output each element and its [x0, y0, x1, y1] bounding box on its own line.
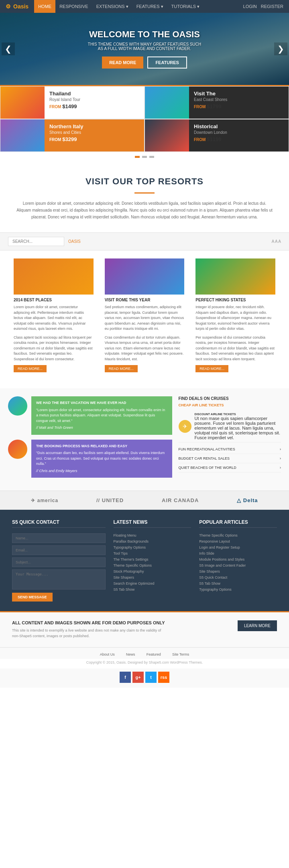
footer-article-item-9[interactable]: S5 Tab Show	[199, 581, 277, 585]
footer-article-item-6[interactable]: S5 Image and Content Fader	[199, 563, 277, 567]
footer-article-item-7[interactable]: Site Shapers	[199, 569, 277, 573]
footer-article-item-1[interactable]: Theme Specific Options	[199, 533, 277, 537]
dot-3[interactable]	[149, 156, 154, 158]
hero-next-arrow[interactable]: ❯	[274, 42, 287, 55]
social-facebook-button[interactable]: f	[120, 672, 131, 683]
footer-article-item-4[interactable]: Info Slide	[199, 551, 277, 555]
footer-articles-title: POPULAR ARTICLES	[199, 519, 277, 528]
deals-item-fun[interactable]: FUN RECREATIONAL ACTIVITIES ›	[179, 445, 281, 454]
blog-read-more-button-1[interactable]: READ MORE...	[14, 365, 47, 372]
footer-news-item-4[interactable]: Tool Tips	[114, 551, 191, 555]
tour-card-eastcoast[interactable]: Visit The East Coast Shores FROM $1799	[144, 86, 289, 119]
testimonial-body-1: WE HAD THE BEST VACATION WE HAVE EVER HA…	[31, 396, 172, 435]
nav-items: HOME RESPONSIVE EXTENSIONS ▾ FEATURES ▾ …	[34, 0, 204, 13]
search-label: OASIS	[68, 239, 81, 244]
blog-read-more-button-3[interactable]: READ MORE...	[195, 365, 228, 372]
tour-card-image-eastcoast	[145, 87, 189, 119]
deals-item-fun-arrow: ›	[280, 447, 281, 451]
footer-news-item-3[interactable]: Typography Options	[114, 545, 191, 549]
search-input[interactable]	[8, 237, 64, 246]
testimonial-avatar-2	[8, 440, 27, 459]
footer-article-item-10[interactable]: Typography Options	[199, 587, 277, 591]
testimonial-body-2: THE BOOKING PROCESS WAS RELAXED AND EASY…	[31, 440, 172, 478]
deals-featured-item[interactable]: ✈ DISCOUNT AIRLINE TICKETS Ut non mase q…	[179, 410, 281, 442]
nav-extensions[interactable]: EXTENSIONS ▾	[92, 0, 132, 13]
nav-home[interactable]: HOME	[34, 0, 55, 13]
footer-news-item-8[interactable]: Site Shapers	[114, 575, 191, 579]
footer-top: S5 QUICK CONTACT SEND MESSAGE LATEST NEW…	[0, 510, 289, 611]
deals-item-car-arrow: ›	[280, 456, 281, 460]
nav-login[interactable]: LOGIN	[243, 4, 257, 9]
footer-news-item-5[interactable]: The Theme's Settings	[114, 557, 191, 561]
blog-card-title-3: PERFECT HIKING STATES	[195, 298, 275, 302]
contact-name-input[interactable]	[12, 533, 106, 543]
tour-card-thailand[interactable]: Thailand Royal Island Tour FROM $1499	[0, 86, 144, 119]
tour-card-info-eastcoast: Visit The East Coast Shores FROM $1799	[189, 87, 232, 119]
hero-features-button[interactable]: FEATURES	[147, 57, 187, 69]
footer-article-item-5[interactable]: Module Positions and Styles	[199, 557, 277, 561]
blog-card-image-1	[14, 258, 94, 295]
footer-article-item-2[interactable]: Responsive Layout	[199, 539, 277, 543]
tour-subtitle-eastcoast: East Coast Shores	[194, 97, 227, 102]
tour-from-label: FROM	[49, 105, 62, 109]
footer-news-item-2[interactable]: Parallax Backgrounds	[114, 539, 191, 543]
resorts-text: Lorem ipsum dolor sit amet, consectetur …	[16, 200, 273, 220]
deals-item-car[interactable]: BUDGET CAR RENTAL SALES ›	[179, 454, 281, 463]
deals-featured-desc: Ut non mase quis sapien ullamcorper posu…	[195, 416, 281, 440]
hero-subtitle: THIS THEME COMES WITH MANY GREAT FEATURE…	[88, 42, 201, 51]
tour-title-london: Historical	[194, 123, 227, 129]
font-size-control[interactable]: A A A	[272, 239, 281, 244]
hero-read-more-button[interactable]: READ MORE	[102, 57, 143, 69]
testimonial-2: THE BOOKING PROCESS WAS RELAXED AND EASY…	[8, 440, 172, 478]
deals-link[interactable]: CHEAP AIR LINE TICKETS	[179, 403, 281, 407]
tour-price-eastcoast: FROM $1799	[194, 103, 227, 109]
nav-features[interactable]: FEATURES ▾	[132, 0, 167, 13]
nav-tutorials[interactable]: TUTORIALS ▾	[167, 0, 204, 13]
testimonial-1: WE HAD THE BEST VACATION WE HAVE EVER HA…	[8, 396, 172, 435]
contact-send-button[interactable]: SEND MESSAGE	[12, 593, 53, 602]
hero-prev-arrow[interactable]: ❮	[2, 42, 15, 55]
nav-logo: ⚙ Oasis	[0, 3, 34, 10]
blog-card-text1-3: Integer id posuere dolor, nec tincidunt …	[195, 305, 275, 332]
footer-news-item-9[interactable]: Search Engine Optimized	[114, 581, 191, 585]
footer-nav-news[interactable]: News	[126, 652, 135, 656]
social-twitter-button[interactable]: t	[145, 672, 157, 683]
footer-nav-siteterms[interactable]: Site Terms	[172, 652, 189, 656]
resorts-title: VISIT OUR TOP RESORTS	[16, 176, 273, 187]
learn-more-button[interactable]: LEARN MORE	[238, 620, 277, 631]
dot-1[interactable]	[135, 156, 140, 158]
contact-subject-input[interactable]	[12, 557, 106, 567]
contact-message-input[interactable]	[12, 569, 106, 589]
hero-buttons: READ MORE FEATURES	[88, 57, 201, 69]
tour-price-value-london: $1199	[207, 136, 221, 142]
search-bar: OASIS A A A	[0, 232, 289, 250]
tour-price-italy: FROM $3299	[49, 136, 83, 142]
deals-title: FIND DEALS ON CRUISES	[179, 396, 281, 401]
sponsor-united: // UNITED	[96, 497, 124, 503]
footer-news-item-1[interactable]: Floating Menu	[114, 533, 191, 537]
dot-2[interactable]	[142, 156, 147, 158]
blog-read-more-button-2[interactable]: READ MORE...	[105, 365, 138, 372]
tour-card-image-london	[145, 119, 189, 151]
footer-nav-featured[interactable]: Featured	[147, 652, 161, 656]
tour-subtitle-italy: Shores and Cities	[49, 130, 83, 135]
resorts-section: VISIT OUR TOP RESORTS Lorem ipsum dolor …	[0, 164, 289, 232]
tour-subtitle-thailand: Royal Island Tour	[49, 97, 80, 102]
social-googleplus-button[interactable]: g+	[132, 672, 144, 683]
social-rss-button[interactable]: rss	[158, 672, 169, 683]
tour-card-italy[interactable]: Northern Italy Shores and Cities FROM $3…	[0, 119, 144, 152]
hero-section: ❮ WELCOME TO THE OASIS THIS THEME COMES …	[0, 13, 289, 85]
footer-nav-about[interactable]: About Us	[100, 652, 115, 656]
footer-article-item-3[interactable]: Login and Register Setup	[199, 545, 277, 549]
nav-responsive[interactable]: RESPONSIVE	[55, 0, 92, 13]
footer-article-item-8[interactable]: S5 Quick Contact	[199, 575, 277, 579]
footer-news-item-7[interactable]: Stock Photography	[114, 569, 191, 573]
footer-news-item-10[interactable]: S5 Tab Show	[114, 587, 191, 591]
tour-card-london[interactable]: Historical Downtown London FROM $1199	[144, 119, 289, 152]
deals-item-beach[interactable]: QUIET BEACHES OF THE WORLD ›	[179, 463, 281, 472]
deals-plane-icon: ✈	[179, 420, 191, 433]
footer-news-item-6[interactable]: Theme Specific Options	[114, 563, 191, 567]
tour-price-value-italy: $3299	[62, 136, 77, 142]
nav-register[interactable]: REGISTER	[261, 4, 283, 9]
contact-email-input[interactable]	[12, 545, 106, 555]
